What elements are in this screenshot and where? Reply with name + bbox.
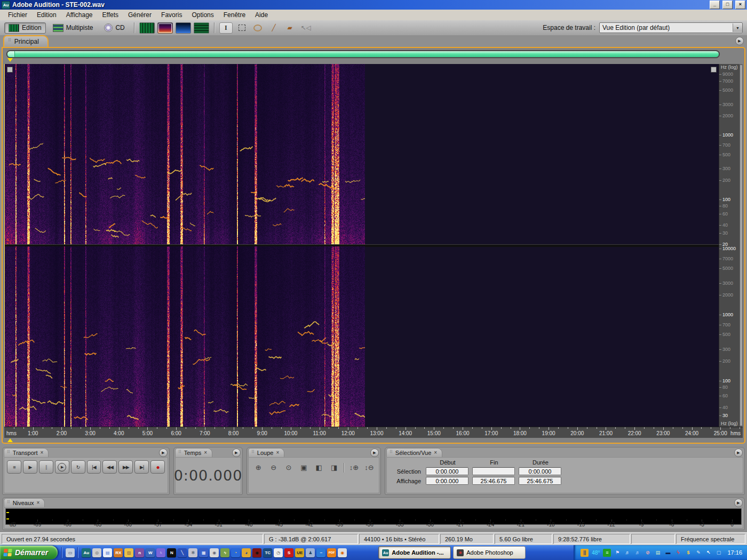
pause-button[interactable]: || <box>39 460 53 474</box>
flag-icon[interactable]: ⚑ <box>613 549 621 557</box>
zoom-in-horizontal-button[interactable]: ⊕ <box>252 461 265 474</box>
selection-fin-field[interactable] <box>472 467 515 475</box>
scrub-tool-button[interactable]: ↖◁ <box>299 22 313 34</box>
menu-options[interactable]: Options <box>187 10 218 20</box>
close-icon[interactable]: × <box>276 450 279 455</box>
word-icon[interactable]: W <box>146 548 155 557</box>
network-meter-icon[interactable]: ≡ <box>603 549 611 557</box>
temps-tab[interactable]: ⠿ Temps × <box>175 448 212 457</box>
close-button[interactable]: × <box>735 1 745 9</box>
pen-icon[interactable]: ✎ <box>694 549 702 557</box>
chevron-down-icon[interactable]: ▼ <box>733 23 742 32</box>
spectral-phase-display-button[interactable] <box>194 22 209 34</box>
fast-forward-button[interactable]: ▶▶ <box>118 460 133 474</box>
timeline-ruler[interactable]: hmshms1:002:003:004:005:006:007:008:009:… <box>4 427 743 438</box>
selection-duree-field[interactable] <box>519 467 561 475</box>
clock[interactable]: 17:16 <box>727 549 742 556</box>
starburst-icon[interactable]: ✻ <box>188 548 197 557</box>
spectrogram-right-channel[interactable] <box>4 246 365 427</box>
minimize-button[interactable]: _ <box>710 1 720 9</box>
zip-icon[interactable]: ▨ <box>124 548 133 557</box>
selection-debut-field[interactable] <box>426 467 468 475</box>
frequency-ruler-half[interactable]: Hz (log)10000700050003000200010007005003… <box>719 246 739 427</box>
sbp-icon[interactable]: S <box>284 548 293 557</box>
transport-tab[interactable]: ⠿ Transport × <box>4 448 49 457</box>
panel-menu-button[interactable]: ▶ <box>735 37 744 45</box>
media-player-icon[interactable]: ◉ <box>338 548 347 557</box>
currency-icon[interactable]: $ <box>684 549 692 557</box>
spectral-pan-display-button[interactable] <box>176 22 191 34</box>
globe-blue-icon[interactable]: ◔ <box>231 548 240 557</box>
vertical-scrollbar-thumb[interactable] <box>740 65 743 426</box>
spectral-frequency-display-button[interactable] <box>157 22 173 34</box>
menu-effets[interactable]: Effets <box>98 10 123 20</box>
ue-icon[interactable]: UE <box>295 548 304 557</box>
task-button-photoshop[interactable]: ◉ Adobe Photoshop <box>453 546 526 559</box>
media-pause-tray-icon[interactable]: || <box>581 549 589 557</box>
close-icon[interactable]: × <box>41 450 44 455</box>
swoosh-icon[interactable]: ~ <box>316 548 325 557</box>
affichage-fin-field[interactable] <box>472 477 515 485</box>
tab-principal[interactable]: ⠿ Principal <box>3 35 49 47</box>
modem-icon[interactable]: ▬ <box>664 549 672 557</box>
niveaux-tab[interactable]: ⠿ Niveaux × <box>4 498 45 507</box>
go-to-beginning-button[interactable]: |◀ <box>87 460 101 474</box>
close-icon[interactable]: × <box>434 450 437 455</box>
playhead-marker-bottom[interactable] <box>7 436 13 442</box>
blocked-icon[interactable]: ⊘ <box>643 549 651 557</box>
range-scrollbar-left-handle[interactable] <box>7 51 15 57</box>
stop-button[interactable]: ■ <box>7 460 21 474</box>
zoom-in-vertical-button[interactable]: ↕⊕ <box>347 461 360 474</box>
panel-menu-button[interactable]: ▶ <box>734 499 743 507</box>
workspace-select[interactable]: Vue Edition (par défaut) ▼ <box>599 22 743 33</box>
netscape-icon[interactable]: N <box>167 548 176 557</box>
dial-icon[interactable]: ◷ <box>274 548 283 557</box>
zoom-selection-right-button[interactable]: ◨ <box>328 461 340 474</box>
menu-fenetre[interactable]: Fenêtre <box>219 10 250 20</box>
zoom-out-vertical-button[interactable]: ↕⊖ <box>363 461 376 474</box>
calculator-icon[interactable]: ▤ <box>103 548 112 557</box>
pdf-icon[interactable]: PDF <box>327 548 336 557</box>
audition-icon[interactable]: Au <box>82 548 91 557</box>
tc-icon[interactable]: TC <box>263 548 272 557</box>
stamp-icon[interactable]: ◉ <box>210 548 219 557</box>
globe-gold-icon[interactable]: ◕ <box>242 548 251 557</box>
panel-menu-button[interactable]: ▶ <box>232 449 241 457</box>
channel-handle-left[interactable] <box>7 67 13 73</box>
zoom-to-selection-button[interactable]: ▣ <box>297 461 310 474</box>
menu-generer[interactable]: Générer <box>123 10 156 20</box>
cd-view-button[interactable]: CD <box>100 22 129 34</box>
updates-icon[interactable]: ▤ <box>654 549 662 557</box>
cursor-icon[interactable]: ↖ <box>704 549 712 557</box>
close-icon[interactable]: × <box>204 450 207 455</box>
photoshop-eye-icon[interactable]: ◉ <box>252 548 261 557</box>
zoom-out-horizontal-button[interactable]: ⊖ <box>267 461 280 474</box>
range-scrollbar-track[interactable] <box>6 50 720 58</box>
messenger-icon[interactable]: ♟ <box>306 548 315 557</box>
waveform-display-button[interactable] <box>139 22 155 34</box>
marquee-selection-tool-button[interactable] <box>235 22 249 34</box>
play-button[interactable]: ▶ <box>23 460 37 474</box>
frequency-ruler-half[interactable]: Hz (log)90007000500030002000100070050030… <box>719 64 739 244</box>
edition-view-button[interactable]: Edition <box>4 22 46 34</box>
menu-affichage[interactable]: Affichage <box>61 10 98 20</box>
audio-muted-icon[interactable]: ♬ <box>623 549 631 557</box>
flags-icon[interactable]: ▦ <box>199 548 208 557</box>
rewind-button[interactable]: ◀◀ <box>102 460 117 474</box>
play-looped-button[interactable]: ↻ <box>71 460 85 474</box>
affichage-duree-field[interactable] <box>519 477 561 485</box>
record-player-icon[interactable]: ◎ <box>92 548 101 557</box>
planet-icon[interactable]: ♄ <box>156 548 165 557</box>
menu-aide[interactable]: Aide <box>250 10 273 20</box>
record-button[interactable]: ● <box>150 460 165 474</box>
folder-icon[interactable]: ▢ <box>714 549 722 557</box>
play-from-cursor-button[interactable]: ▶ <box>55 460 69 474</box>
video-icon[interactable]: ϟ <box>220 548 229 557</box>
wand-icon[interactable]: ╲ <box>178 548 187 557</box>
menu-favoris[interactable]: Favoris <box>156 10 187 20</box>
spot-healing-brush-tool-button[interactable]: ▰ <box>283 22 297 34</box>
video-muted-icon[interactable]: ♬ <box>633 549 641 557</box>
affichage-debut-field[interactable] <box>426 477 468 485</box>
vertical-scrollbar[interactable] <box>739 64 743 427</box>
panel-menu-button[interactable]: ▶ <box>159 449 168 457</box>
